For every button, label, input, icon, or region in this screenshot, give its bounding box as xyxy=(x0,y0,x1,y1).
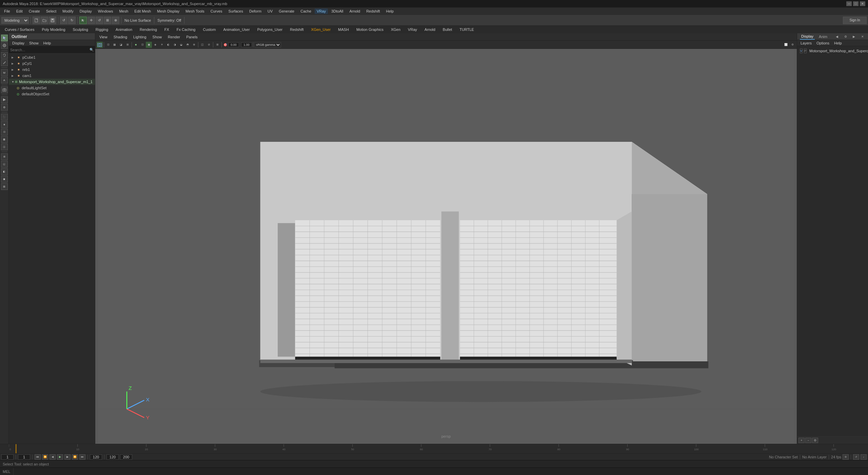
loop-btn[interactable]: ↺ xyxy=(853,454,859,460)
vp-grid-btn[interactable]: ⊞ xyxy=(214,42,220,48)
menu-generate[interactable]: Generate xyxy=(276,8,297,14)
viewport-menu-lighting[interactable]: Lighting xyxy=(131,34,149,40)
lasso-tool[interactable] xyxy=(1,52,8,59)
paint-select-tool[interactable] xyxy=(1,42,8,49)
current-frame-field[interactable] xyxy=(1,454,14,460)
tool-btn-extra2[interactable]: ◈ xyxy=(1,121,8,128)
vp-btn-2[interactable]: ▦ xyxy=(112,42,118,48)
outliner-item-5[interactable]: ⊙ defaultLightSet xyxy=(9,85,95,91)
universal-tool-btn[interactable]: ⊕ xyxy=(112,17,119,24)
submenu-rigging[interactable]: Rigging xyxy=(92,27,112,32)
vp-dof-btn[interactable]: ⊕ xyxy=(191,42,197,48)
tool-btn-extra9[interactable]: ▣ xyxy=(1,176,8,183)
outliner-menu-show[interactable]: Show xyxy=(27,41,41,45)
submenu-xgen[interactable]: XGen xyxy=(388,27,404,32)
menu-file[interactable]: File xyxy=(1,8,13,14)
measure-tool[interactable]: M xyxy=(1,69,8,76)
outliner-search-input[interactable] xyxy=(10,48,90,52)
submenu-rendering[interactable]: Rendering xyxy=(136,27,160,32)
maximize-button[interactable]: □ xyxy=(853,1,859,6)
submenu-redshift[interactable]: Redshift xyxy=(287,27,307,32)
outliner-item-4[interactable]: ▼ ⊞ Motorsport_Workshop_and_Supercar_m1_… xyxy=(9,79,95,85)
vp-focal-input-2[interactable] xyxy=(241,42,252,47)
menu-create[interactable]: Create xyxy=(26,8,43,14)
audio-btn[interactable]: ♪ xyxy=(861,454,867,460)
vp-camera-btn[interactable] xyxy=(97,42,103,48)
right-tab-display[interactable]: Display xyxy=(800,34,815,40)
outliner-menu-help[interactable]: Help xyxy=(41,41,53,45)
right-tab-anim[interactable]: Anim xyxy=(817,34,829,39)
sculpt-tool[interactable] xyxy=(1,59,8,66)
viewport-menu-shading[interactable]: Shading xyxy=(111,34,130,40)
mode-dropdown[interactable]: Modeling Rigging Animation FX Rendering xyxy=(1,17,29,24)
rotate-tool-btn[interactable]: ↺ xyxy=(96,17,103,24)
select-tool[interactable] xyxy=(1,35,8,41)
scale-tool-btn[interactable]: ⊞ xyxy=(104,17,111,24)
annotation-tool[interactable]: A xyxy=(1,77,8,83)
tool-btn-extra3[interactable]: ⊡ xyxy=(1,129,8,135)
timeline-ruler[interactable]: 0 10 20 30 40 50 60 70 80 90 1 xyxy=(9,444,868,453)
menu-arnold[interactable]: Arnold xyxy=(347,8,363,14)
tool-btn-extra8[interactable]: ◧ xyxy=(1,168,8,175)
submenu-arnold[interactable]: Arnold xyxy=(421,27,439,32)
range-end-field[interactable] xyxy=(120,454,132,460)
minimize-button[interactable]: ─ xyxy=(846,1,852,6)
vp-motion-btn[interactable]: ◓ xyxy=(184,42,191,48)
menu-display[interactable]: Display xyxy=(77,8,95,14)
skip-start-btn[interactable]: ⏮ xyxy=(35,454,41,460)
submenu-motion-graphics[interactable]: Motion Graphics xyxy=(353,27,387,32)
menu-select[interactable]: Select xyxy=(43,8,59,14)
vp-display-btn[interactable]: ■ xyxy=(133,42,139,48)
submenu-animation[interactable]: Animation xyxy=(112,27,136,32)
next-key-btn[interactable]: ⏩ xyxy=(72,454,78,460)
outliner-item-1[interactable]: ▶ ■ pCyl1 xyxy=(9,60,95,66)
select-tool-btn[interactable] xyxy=(79,17,87,24)
outliner-item-0[interactable]: ▶ ■ pCube1 xyxy=(9,54,95,60)
tool-btn-extra6[interactable]: ⊞ xyxy=(1,153,8,160)
tool-btn-extra7[interactable]: ◱ xyxy=(1,161,8,168)
submenu-turtle[interactable]: TURTLE xyxy=(456,27,477,32)
menu-edit-mesh[interactable]: Edit Mesh xyxy=(132,8,154,14)
right-menu-layers[interactable]: Layers xyxy=(798,41,814,45)
submenu-bullet[interactable]: Bullet xyxy=(439,27,456,32)
save-scene-btn[interactable] xyxy=(49,17,56,24)
vp-maximize-btn[interactable]: ⬜ xyxy=(783,42,789,48)
menu-edit[interactable]: Edit xyxy=(14,8,25,14)
submenu-fx[interactable]: FX xyxy=(161,27,173,32)
submenu-polygons-user[interactable]: Polygons_User xyxy=(254,27,286,32)
menu-mesh-display[interactable]: Mesh Display xyxy=(154,8,182,14)
range-start-field[interactable] xyxy=(106,454,119,460)
right-panel-collapse-btn[interactable]: ◀ xyxy=(834,34,840,40)
submenu-anim-user[interactable]: Animation_User xyxy=(220,27,253,32)
outliner-menu-display[interactable]: Display xyxy=(10,41,26,45)
vp-wire-btn[interactable]: ⊡ xyxy=(139,42,145,48)
vp-isolate-btn[interactable]: ⊘ xyxy=(206,42,212,48)
vp-btn-4[interactable]: ⊞ xyxy=(124,42,131,48)
right-menu-options[interactable]: Options xyxy=(814,41,831,45)
tool-btn-extra5[interactable]: ◫ xyxy=(1,144,8,150)
menu-windows[interactable]: Windows xyxy=(95,8,116,14)
submenu-custom[interactable]: Custom xyxy=(199,27,219,32)
next-frame-btn[interactable]: ▶ xyxy=(64,454,71,460)
menu-curves[interactable]: Curves xyxy=(208,8,225,14)
layer-v-btn[interactable]: V xyxy=(800,49,803,53)
vp-light-btn[interactable]: ☀ xyxy=(159,42,165,48)
vp-solid-btn[interactable]: ◼ xyxy=(146,42,152,48)
viewport-canvas[interactable]: X Y Z persp xyxy=(95,49,797,444)
move-tool-btn[interactable]: ✛ xyxy=(87,17,95,24)
layer-p-btn[interactable]: P xyxy=(804,49,807,53)
menu-cache[interactable]: Cache xyxy=(298,8,314,14)
layer-remove-btn[interactable]: − xyxy=(805,438,811,443)
menu-3dtoall[interactable]: 3DtoAll xyxy=(329,8,346,14)
prev-frame-btn[interactable]: ◀ xyxy=(50,454,56,460)
submenu-xgen-user[interactable]: XGen_User xyxy=(308,27,334,32)
skip-end-btn[interactable]: ⏭ xyxy=(79,454,85,460)
right-panel-close-btn[interactable]: ✕ xyxy=(860,34,865,40)
right-panel-expand-btn[interactable]: ▶ xyxy=(851,34,857,40)
start-frame-field[interactable] xyxy=(18,454,30,460)
new-scene-btn[interactable] xyxy=(33,17,40,24)
undo-btn[interactable]: ↺ xyxy=(60,17,67,24)
menu-deform[interactable]: Deform xyxy=(246,8,264,14)
right-menu-help[interactable]: Help xyxy=(832,41,844,45)
submenu-poly-modeling[interactable]: Poly Modeling xyxy=(38,27,68,32)
